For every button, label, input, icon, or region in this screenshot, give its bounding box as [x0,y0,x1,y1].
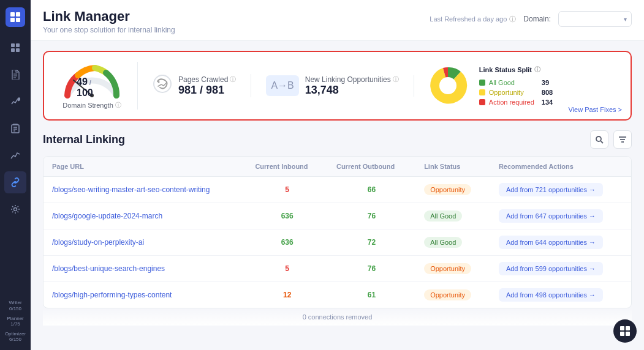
page-subtitle: Your one stop solution for internal link… [43,26,175,34]
pages-crawled-value: 981 / 981 [178,84,236,97]
optimizer-stat: Optimizer 6/150 [5,331,26,343]
domain-selector-wrapper[interactable] [558,11,632,27]
filter-button[interactable] [613,130,632,149]
cell-status: Opportunity [415,256,490,282]
section-header: Internal Linking [43,130,632,149]
sidebar-item-link[interactable] [4,171,26,193]
cell-url: /blogs/seo-writing-master-art-seo-conten… [44,177,246,203]
legend-opportunity: Opportunity 808 [479,89,553,96]
sidebar-item-grid[interactable] [4,37,26,59]
floating-action-button[interactable] [613,319,637,343]
app-logo[interactable] [6,7,25,27]
legend-allgood: All Good 39 [479,79,553,86]
cell-inbound: 12 [246,282,328,308]
page-url-link[interactable]: /blogs/study-on-perplexity-ai [52,238,144,247]
bottom-hint: 0 connections removed [43,308,632,326]
page-header: Link Manager Your one stop solution for … [31,0,644,41]
gauge-wrap: 49 / 100 [61,62,123,99]
sidebar-item-settings[interactable] [4,198,26,220]
cell-inbound: 5 [246,256,328,282]
svg-point-19 [596,136,601,141]
sidebar-item-doc[interactable] [4,64,26,86]
page-title: Link Manager [43,9,175,24]
new-opp-text: New Linking Opportunities ⓘ 13,748 [305,75,399,97]
svg-rect-2 [10,18,15,22]
svg-point-18 [439,77,456,94]
svg-line-20 [601,141,604,144]
info-icon: ⓘ [509,15,516,24]
cell-outbound: 72 [328,229,415,256]
domain-label: Domain: [523,15,551,23]
cell-outbound: 76 [328,256,415,282]
status-badge: All Good [424,210,462,222]
cell-url: /blogs/study-on-perplexity-ai [44,229,246,256]
status-badge: Opportunity [424,263,471,274]
cell-inbound: 636 [246,203,328,229]
col-current-outbound: Current Outbound [328,157,415,177]
svg-rect-5 [16,43,20,47]
add-opportunities-button[interactable]: Add from 721 opportunities → [499,183,603,196]
cell-outbound: 76 [328,203,415,229]
page-url-link[interactable]: /blogs/high-performing-types-content [52,291,172,299]
svg-rect-0 [10,12,15,17]
status-badge: Opportunity [424,289,471,300]
domain-strength-label: Domain Strength ⓘ [63,101,121,110]
domain-strength-value: 49 / 100 [77,76,107,99]
new-opp-value: 13,748 [305,84,399,97]
add-opportunities-button[interactable]: Add from 498 opportunities → [499,288,603,302]
cell-url: /blogs/google-update-2024-march [44,203,246,229]
col-recommended-actions: Recommended Actions [490,157,631,177]
cell-inbound: 5 [246,177,328,203]
svg-rect-26 [620,332,624,336]
legend-dot-allgood [479,80,485,86]
domain-strength-info-icon: ⓘ [115,101,121,110]
link-status-split: Link Status Split ⓘ All Good 39 Opportun… [414,64,618,107]
status-badge: Opportunity [424,184,471,195]
cell-status: All Good [415,229,490,256]
writer-stat: Writer 0/150 [9,300,21,311]
cell-status: Opportunity [415,177,490,203]
header-left: Link Manager Your one stop solution for … [43,9,175,34]
cell-action: Add from 498 opportunities → [490,282,631,308]
svg-rect-6 [11,48,15,52]
refresh-info: Last Refreshed a day ago ⓘ [430,15,516,24]
table-row: /blogs/seo-writing-master-art-seo-conten… [44,177,631,203]
domain-select[interactable] [558,11,632,27]
cell-action: Add from 644 opportunities → [490,229,631,256]
table-row: /blogs/google-update-2024-march 636 76 A… [44,203,631,229]
pages-crawled-info-icon: ⓘ [230,75,236,84]
add-opportunities-button[interactable]: Add from 644 opportunities → [499,236,603,249]
sidebar-item-analytics[interactable] [4,144,26,166]
add-opportunities-button[interactable]: Add from 599 opportunities → [499,262,603,275]
col-link-status: Link Status [415,157,490,177]
cell-inbound: 636 [246,229,328,256]
table-header-row: Page URL Current Inbound Current Outboun… [44,157,631,177]
cell-status: All Good [415,203,490,229]
pages-crawled-block: Pages Crawled ⓘ 981 / 981 [138,74,251,97]
page-url-link[interactable]: /blogs/google-update-2024-march [52,212,162,220]
section-actions [590,130,632,149]
section-title-text: Internal Linking [43,133,125,146]
pages-crawled-content: Pages Crawled ⓘ 981 / 981 [153,74,236,97]
page-url-link[interactable]: /blogs/best-unique-search-engines [52,264,165,273]
svg-rect-25 [626,326,630,330]
main-content: Link Manager Your one stop solution for … [31,0,644,350]
new-opp-content: A→B New Linking Opportunities ⓘ 13,748 [266,75,398,97]
svg-point-16 [154,75,171,92]
sidebar: Writer 0/150 Planner 1/75 Optimizer 6/15… [0,0,31,350]
new-opp-info-icon: ⓘ [393,75,399,84]
legend-action-required: Action required 134 [479,99,553,106]
page-url-link[interactable]: /blogs/seo-writing-master-art-seo-conten… [52,185,210,194]
pie-chart [426,64,469,107]
page-content: 49 / 100 Domain Strength ⓘ [31,41,644,350]
legend-dot-opportunity [479,89,485,95]
svg-rect-1 [16,12,20,17]
sidebar-item-optimize[interactable] [4,91,26,113]
view-past-fixes[interactable]: View Past Fixes > [568,106,622,113]
search-button[interactable] [590,130,608,149]
legend-dot-action-required [479,99,485,105]
add-opportunities-button[interactable]: Add from 647 opportunities → [499,209,603,223]
pages-crawled-icon [153,74,172,97]
svg-rect-24 [620,326,624,330]
sidebar-item-clipboard[interactable] [4,117,26,140]
